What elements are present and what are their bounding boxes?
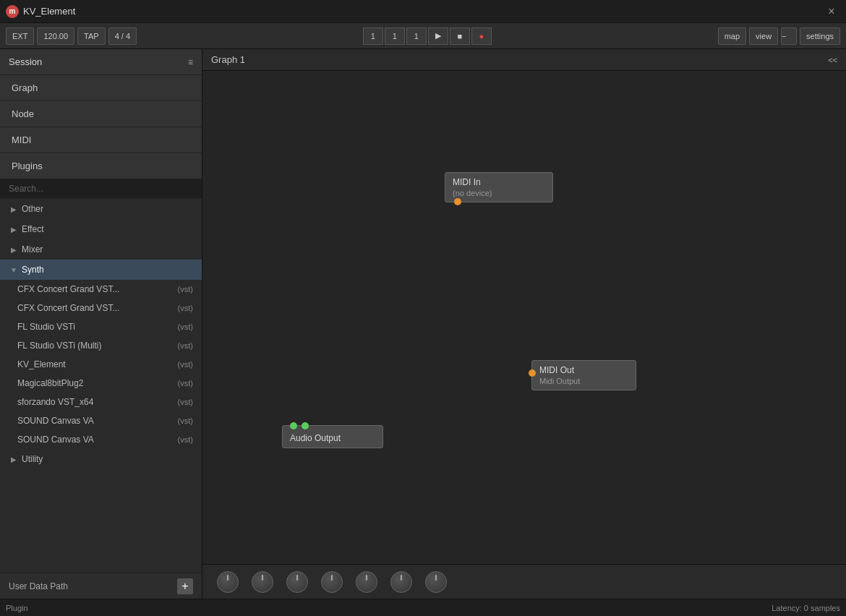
bpm-display[interactable]: 120.00: [37, 27, 74, 45]
tree-toggle-effect: ▶: [9, 224, 19, 234]
transport-1b[interactable]: 1: [385, 27, 405, 45]
plugin-status-label: Plugin: [6, 604, 28, 612]
graph-area: Graph 1 << MIDI In (no device) MIDI Out …: [202, 49, 846, 599]
statusbar: Plugin Latency: 0 samples: [0, 599, 846, 616]
ext-button[interactable]: EXT: [6, 27, 34, 45]
toolbar: EXT 120.00 TAP 4 / 4 1 1 1 ▶ ■ ● map vie…: [0, 23, 846, 49]
tree-toggle-utility: ▶: [9, 454, 19, 464]
node-midi-in[interactable]: MIDI In (no device): [445, 172, 553, 202]
add-user-data-button[interactable]: +: [177, 578, 193, 594]
node-midi-out[interactable]: MIDI Out Midi Output: [531, 360, 636, 390]
plugin-item-1[interactable]: CFX Concert Grand VST... (vst): [0, 299, 202, 317]
transport-1c[interactable]: 1: [406, 27, 427, 45]
view-button[interactable]: view: [749, 27, 778, 45]
app-title: KV_Element: [23, 6, 75, 17]
record-button[interactable]: ●: [471, 27, 492, 45]
knob-7[interactable]: [425, 571, 447, 593]
titlebar: m KV_Element ×: [0, 0, 846, 23]
bottom-controls: [202, 564, 846, 599]
sidebar: Session ≡ Graph Node MIDI Plugins ▶ Othe…: [0, 49, 202, 599]
plugin-item-8[interactable]: SOUND Canvas VA (vst): [0, 430, 202, 449]
right-controls: map view − settings: [718, 27, 840, 45]
graph-header: Graph 1 <<: [202, 49, 846, 71]
knob-4[interactable]: [321, 571, 343, 593]
titlebar-left: m KV_Element: [6, 5, 75, 18]
knob-6[interactable]: [390, 571, 412, 593]
plugin-item-4[interactable]: KV_Element (vst): [0, 355, 202, 374]
node-audio-output-title: Audio Output: [290, 433, 375, 443]
latency-status-label: Latency: 0 samples: [772, 604, 840, 612]
node-midi-in-title: MIDI In: [453, 177, 545, 187]
plugin-item-3[interactable]: FL Studio VSTi (Multi) (vst): [0, 336, 202, 355]
sidebar-item-graph[interactable]: Graph: [0, 75, 202, 101]
stop-button[interactable]: ■: [450, 27, 470, 45]
plugin-item-5[interactable]: Magical8bitPlug2 (vst): [0, 374, 202, 393]
transport-group: 1 1 1 ▶ ■ ●: [363, 27, 492, 45]
tree-item-mixer[interactable]: ▶ Mixer: [0, 239, 202, 260]
node-midi-out-subtitle: Midi Output: [539, 377, 628, 385]
main-layout: Session ≡ Graph Node MIDI Plugins ▶ Othe…: [0, 49, 846, 599]
app-icon: m: [6, 5, 19, 18]
sidebar-item-midi[interactable]: MIDI: [0, 127, 202, 153]
session-header: Session ≡: [0, 49, 202, 75]
node-midi-in-port[interactable]: [454, 198, 461, 205]
node-audio-output-port-left[interactable]: [290, 422, 297, 429]
session-label: Session: [9, 56, 42, 67]
sidebar-bottom: User Data Path +: [0, 573, 202, 599]
node-midi-out-port[interactable]: [529, 369, 536, 377]
tree-toggle-mixer: ▶: [9, 244, 19, 254]
tree-toggle-synth: ▼: [9, 265, 19, 275]
user-data-path-label: User Data Path: [9, 581, 68, 591]
knob-5[interactable]: [356, 571, 377, 593]
knob-1[interactable]: [217, 571, 239, 593]
time-sig-display[interactable]: 4 / 4: [108, 27, 137, 45]
node-audio-output-port-right[interactable]: [302, 422, 309, 429]
transport-1a[interactable]: 1: [363, 27, 383, 45]
tree-item-other[interactable]: ▶ Other: [0, 199, 202, 219]
knob-3[interactable]: [286, 571, 308, 593]
sidebar-item-plugins[interactable]: Plugins: [0, 153, 202, 179]
tree-item-utility[interactable]: ▶ Utility: [0, 449, 202, 469]
graph-canvas[interactable]: MIDI In (no device) MIDI Out Midi Output…: [202, 71, 846, 564]
plugin-item-7[interactable]: SOUND Canvas VA (vst): [0, 411, 202, 430]
search-input[interactable]: [0, 179, 202, 199]
plugin-item-6[interactable]: sforzando VST_x64 (vst): [0, 393, 202, 411]
node-midi-out-title: MIDI Out: [539, 365, 628, 375]
plugin-item-0[interactable]: CFX Concert Grand VST... (vst): [0, 280, 202, 299]
plugin-item-2[interactable]: FL Studio VSTi (vst): [0, 317, 202, 336]
node-midi-in-subtitle: (no device): [453, 189, 545, 197]
sidebar-item-node[interactable]: Node: [0, 101, 202, 127]
close-button[interactable]: ×: [823, 3, 840, 20]
map-button[interactable]: map: [718, 27, 746, 45]
tree-toggle-other: ▶: [9, 204, 19, 214]
tap-button[interactable]: TAP: [77, 27, 106, 45]
knob-2[interactable]: [252, 571, 273, 593]
play-button[interactable]: ▶: [428, 27, 448, 45]
menu-icon[interactable]: ≡: [188, 57, 193, 67]
settings-button[interactable]: settings: [800, 27, 840, 45]
node-audio-output[interactable]: Audio Output: [282, 425, 383, 448]
minus-button[interactable]: −: [781, 27, 797, 45]
tree-item-effect[interactable]: ▶ Effect: [0, 219, 202, 239]
tree-item-synth[interactable]: ▼ Synth: [0, 260, 202, 280]
graph-title: Graph 1: [211, 54, 245, 65]
graph-collapse-button[interactable]: <<: [828, 56, 837, 64]
